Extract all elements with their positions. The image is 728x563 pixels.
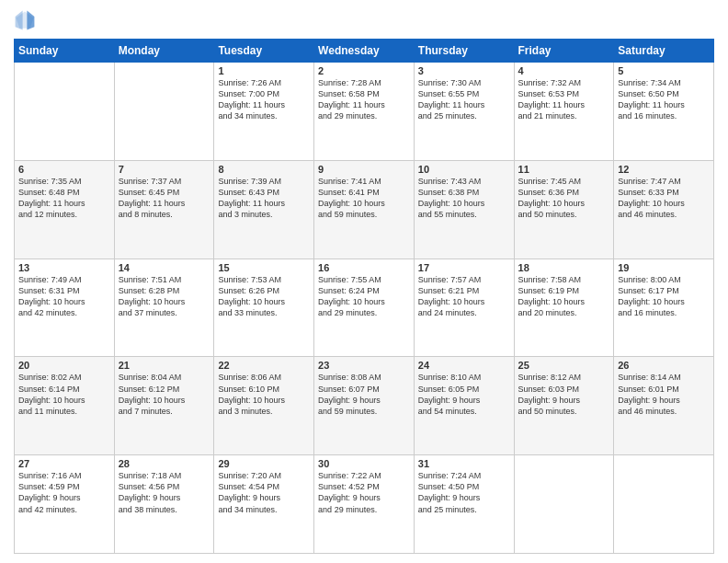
calendar-cell: 16Sunrise: 7:55 AM Sunset: 6:24 PM Dayli… — [314, 259, 415, 357]
calendar-cell: 19Sunrise: 8:00 AM Sunset: 6:17 PM Dayli… — [614, 259, 714, 357]
calendar-cell: 14Sunrise: 7:51 AM Sunset: 6:28 PM Dayli… — [114, 259, 214, 357]
day-info: Sunrise: 7:24 AM Sunset: 4:50 PM Dayligh… — [418, 470, 510, 515]
day-number: 28 — [119, 458, 210, 469]
day-header-monday: Monday — [114, 40, 214, 63]
day-info: Sunrise: 7:51 AM Sunset: 6:28 PM Dayligh… — [119, 274, 210, 319]
day-number: 3 — [418, 65, 510, 76]
calendar-cell: 28Sunrise: 7:18 AM Sunset: 4:56 PM Dayli… — [114, 455, 214, 554]
calendar-cell: 4Sunrise: 7:32 AM Sunset: 6:53 PM Daylig… — [514, 63, 614, 161]
calendar-cell: 3Sunrise: 7:30 AM Sunset: 6:55 PM Daylig… — [414, 63, 514, 161]
calendar-cell: 26Sunrise: 8:14 AM Sunset: 6:01 PM Dayli… — [614, 357, 714, 455]
calendar-cell: 5Sunrise: 7:34 AM Sunset: 6:50 PM Daylig… — [614, 63, 714, 161]
day-info: Sunrise: 7:49 AM Sunset: 6:31 PM Dayligh… — [18, 274, 110, 319]
calendar-header-row: SundayMondayTuesdayWednesdayThursdayFrid… — [15, 40, 714, 63]
day-number: 16 — [318, 262, 410, 273]
calendar-cell: 27Sunrise: 7:16 AM Sunset: 4:59 PM Dayli… — [15, 455, 115, 554]
day-info: Sunrise: 7:57 AM Sunset: 6:21 PM Dayligh… — [418, 274, 510, 319]
day-info: Sunrise: 8:06 AM Sunset: 6:10 PM Dayligh… — [218, 372, 310, 417]
logo — [14, 9, 40, 31]
day-number: 11 — [518, 164, 610, 175]
day-header-tuesday: Tuesday — [214, 40, 314, 63]
day-number: 1 — [218, 65, 310, 76]
day-header-wednesday: Wednesday — [314, 40, 415, 63]
day-number: 7 — [119, 164, 210, 175]
calendar-cell: 6Sunrise: 7:35 AM Sunset: 6:48 PM Daylig… — [15, 160, 115, 259]
calendar-week-4: 20Sunrise: 8:02 AM Sunset: 6:14 PM Dayli… — [15, 357, 714, 455]
calendar-cell: 9Sunrise: 7:41 AM Sunset: 6:41 PM Daylig… — [314, 160, 415, 259]
day-number: 26 — [618, 360, 710, 371]
day-number: 6 — [18, 164, 110, 175]
calendar-table: SundayMondayTuesdayWednesdayThursdayFrid… — [14, 39, 714, 554]
calendar-cell: 1Sunrise: 7:26 AM Sunset: 7:00 PM Daylig… — [214, 63, 314, 161]
day-number: 20 — [18, 360, 110, 371]
day-info: Sunrise: 8:12 AM Sunset: 6:03 PM Dayligh… — [518, 372, 610, 417]
day-info: Sunrise: 7:30 AM Sunset: 6:55 PM Dayligh… — [418, 77, 510, 122]
day-info: Sunrise: 7:41 AM Sunset: 6:41 PM Dayligh… — [318, 176, 410, 221]
calendar-cell: 7Sunrise: 7:37 AM Sunset: 6:45 PM Daylig… — [114, 160, 214, 259]
day-info: Sunrise: 8:08 AM Sunset: 6:07 PM Dayligh… — [318, 372, 410, 417]
day-info: Sunrise: 7:22 AM Sunset: 4:52 PM Dayligh… — [318, 470, 410, 515]
day-info: Sunrise: 7:58 AM Sunset: 6:19 PM Dayligh… — [518, 274, 610, 319]
day-header-thursday: Thursday — [414, 40, 514, 63]
day-header-sunday: Sunday — [15, 40, 115, 63]
day-number: 17 — [418, 262, 510, 273]
calendar-cell: 17Sunrise: 7:57 AM Sunset: 6:21 PM Dayli… — [414, 259, 514, 357]
calendar-cell — [114, 63, 214, 161]
day-number: 22 — [218, 360, 310, 371]
day-number: 15 — [218, 262, 310, 273]
day-number: 19 — [618, 262, 710, 273]
calendar-week-2: 6Sunrise: 7:35 AM Sunset: 6:48 PM Daylig… — [15, 160, 714, 259]
calendar-cell: 24Sunrise: 8:10 AM Sunset: 6:05 PM Dayli… — [414, 357, 514, 455]
calendar-cell: 18Sunrise: 7:58 AM Sunset: 6:19 PM Dayli… — [514, 259, 614, 357]
day-info: Sunrise: 7:34 AM Sunset: 6:50 PM Dayligh… — [618, 77, 710, 122]
day-info: Sunrise: 7:16 AM Sunset: 4:59 PM Dayligh… — [18, 470, 110, 515]
calendar-week-5: 27Sunrise: 7:16 AM Sunset: 4:59 PM Dayli… — [15, 455, 714, 554]
calendar-cell: 30Sunrise: 7:22 AM Sunset: 4:52 PM Dayli… — [314, 455, 415, 554]
day-info: Sunrise: 7:55 AM Sunset: 6:24 PM Dayligh… — [318, 274, 410, 319]
calendar-cell: 23Sunrise: 8:08 AM Sunset: 6:07 PM Dayli… — [314, 357, 415, 455]
day-number: 12 — [618, 164, 710, 175]
day-info: Sunrise: 7:43 AM Sunset: 6:38 PM Dayligh… — [418, 176, 510, 221]
day-number: 25 — [518, 360, 610, 371]
calendar-cell: 11Sunrise: 7:45 AM Sunset: 6:36 PM Dayli… — [514, 160, 614, 259]
calendar-cell: 13Sunrise: 7:49 AM Sunset: 6:31 PM Dayli… — [15, 259, 115, 357]
calendar-cell: 10Sunrise: 7:43 AM Sunset: 6:38 PM Dayli… — [414, 160, 514, 259]
day-info: Sunrise: 7:18 AM Sunset: 4:56 PM Dayligh… — [119, 470, 210, 515]
day-info: Sunrise: 8:00 AM Sunset: 6:17 PM Dayligh… — [618, 274, 710, 319]
calendar-cell: 29Sunrise: 7:20 AM Sunset: 4:54 PM Dayli… — [214, 455, 314, 554]
day-info: Sunrise: 8:14 AM Sunset: 6:01 PM Dayligh… — [618, 372, 710, 417]
calendar-cell — [614, 455, 714, 554]
calendar-cell: 12Sunrise: 7:47 AM Sunset: 6:33 PM Dayli… — [614, 160, 714, 259]
page-header — [14, 9, 714, 31]
day-info: Sunrise: 8:04 AM Sunset: 6:12 PM Dayligh… — [119, 372, 210, 417]
svg-marker-2 — [16, 11, 23, 30]
calendar-cell: 2Sunrise: 7:28 AM Sunset: 6:58 PM Daylig… — [314, 63, 415, 161]
day-number: 27 — [18, 458, 110, 469]
calendar-cell: 31Sunrise: 7:24 AM Sunset: 4:50 PM Dayli… — [414, 455, 514, 554]
day-info: Sunrise: 7:28 AM Sunset: 6:58 PM Dayligh… — [318, 77, 410, 122]
day-number: 14 — [119, 262, 210, 273]
calendar-cell: 22Sunrise: 8:06 AM Sunset: 6:10 PM Dayli… — [214, 357, 314, 455]
day-number: 13 — [18, 262, 110, 273]
day-info: Sunrise: 8:10 AM Sunset: 6:05 PM Dayligh… — [418, 372, 510, 417]
calendar-cell: 21Sunrise: 8:04 AM Sunset: 6:12 PM Dayli… — [114, 357, 214, 455]
day-info: Sunrise: 7:39 AM Sunset: 6:43 PM Dayligh… — [218, 176, 310, 221]
day-info: Sunrise: 7:26 AM Sunset: 7:00 PM Dayligh… — [218, 77, 310, 122]
calendar-cell: 8Sunrise: 7:39 AM Sunset: 6:43 PM Daylig… — [214, 160, 314, 259]
day-number: 24 — [418, 360, 510, 371]
day-number: 18 — [518, 262, 610, 273]
calendar-cell — [514, 455, 614, 554]
day-number: 10 — [418, 164, 510, 175]
day-number: 31 — [418, 458, 510, 469]
calendar-cell: 25Sunrise: 8:12 AM Sunset: 6:03 PM Dayli… — [514, 357, 614, 455]
calendar-week-3: 13Sunrise: 7:49 AM Sunset: 6:31 PM Dayli… — [15, 259, 714, 357]
day-info: Sunrise: 7:20 AM Sunset: 4:54 PM Dayligh… — [218, 470, 310, 515]
day-number: 2 — [318, 65, 410, 76]
day-info: Sunrise: 7:32 AM Sunset: 6:53 PM Dayligh… — [518, 77, 610, 122]
day-header-saturday: Saturday — [614, 40, 714, 63]
calendar-cell — [15, 63, 115, 161]
logo-icon — [14, 9, 36, 31]
calendar-cell: 15Sunrise: 7:53 AM Sunset: 6:26 PM Dayli… — [214, 259, 314, 357]
calendar-week-1: 1Sunrise: 7:26 AM Sunset: 7:00 PM Daylig… — [15, 63, 714, 161]
day-number: 9 — [318, 164, 410, 175]
